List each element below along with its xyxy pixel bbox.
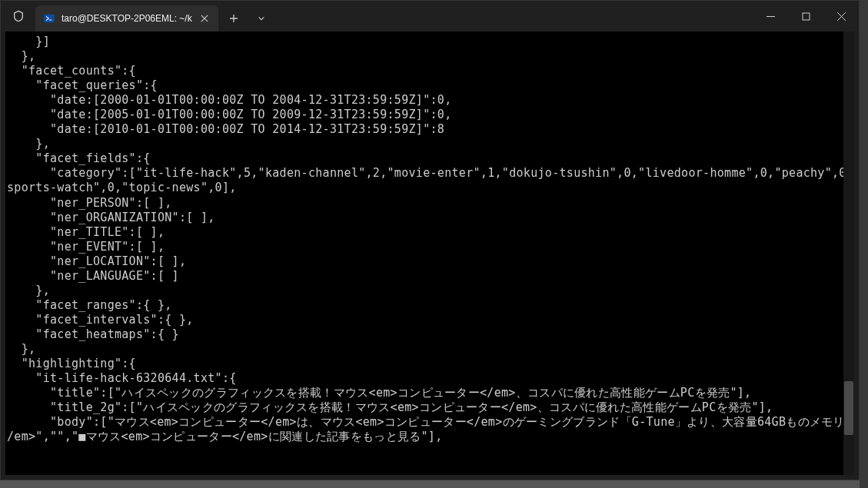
tab-strip: taro@DESKTOP-2P06EML: ~/k <box>35 1 753 32</box>
tab-active[interactable]: taro@DESKTOP-2P06EML: ~/k <box>35 5 218 32</box>
terminal-area: }] }, "facet_counts":{ "facet_queries":{… <box>5 32 854 475</box>
tab-close-button[interactable] <box>198 12 211 25</box>
shield-icon <box>1 1 35 32</box>
svg-rect-1 <box>803 13 810 20</box>
new-tab-button[interactable] <box>221 5 246 32</box>
maximize-button[interactable] <box>788 1 823 32</box>
tab-title: taro@DESKTOP-2P06EML: ~/k <box>62 13 192 24</box>
close-button[interactable] <box>823 1 859 32</box>
tab-dropdown-button[interactable] <box>249 5 274 32</box>
scrollbar-track[interactable] <box>843 32 854 475</box>
scrollbar-thumb[interactable] <box>844 381 853 435</box>
titlebar: taro@DESKTOP-2P06EML: ~/k <box>1 1 859 32</box>
desktop-edge <box>860 0 868 488</box>
terminal-window: taro@DESKTOP-2P06EML: ~/k <box>0 0 860 480</box>
window-controls <box>753 1 859 32</box>
minimize-button[interactable] <box>753 1 788 32</box>
terminal-output[interactable]: }] }, "facet_counts":{ "facet_queries":{… <box>5 32 854 447</box>
powershell-icon <box>43 12 55 25</box>
